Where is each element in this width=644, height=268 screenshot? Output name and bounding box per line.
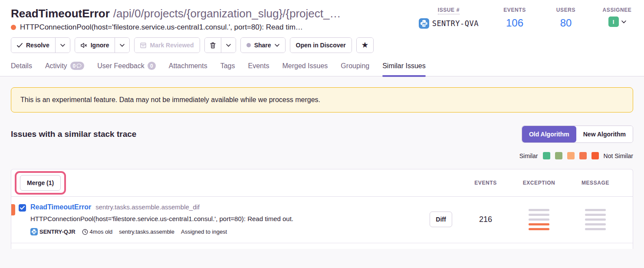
issue-text-block: ReadTimeoutError sentry.tasks.assemble.a… [30,203,293,235]
chevron-down-icon [120,44,125,47]
ignore-dropdown-button[interactable] [115,38,129,53]
issue-culprit: sentry.tasks.assemble.assemble_dif [95,203,200,211]
resolve-button[interactable]: Resolve [11,38,55,53]
star-icon: ★ [362,42,368,49]
issue-id-value: SENTRY-QVA [432,19,479,28]
python-project-icon [30,228,38,235]
tab-merged-issues[interactable]: Merged Issues [282,62,328,76]
ignore-button[interactable]: Ignore [75,38,115,53]
error-level-icon [11,25,16,30]
tab-tags[interactable]: Tags [220,62,235,76]
tab-label: Attachments [169,62,207,70]
mark-reviewed-group: Mark Reviewed [134,37,200,53]
issue-subtitle: HTTPConnectionPool(host='filestore.servi… [20,23,303,32]
stat-issue-id: ISSUE # SENTRY-QVA [419,7,479,29]
stat-users: USERS 80 [551,7,581,29]
exception-similarity-bars [511,209,567,230]
tab-details[interactable]: Details [11,62,32,76]
issue-age: 4mos old [82,228,113,235]
title-row: ReadTimeoutError/api/0/projects/{organiz… [11,6,633,32]
events-value[interactable]: 106 [506,17,523,29]
issue-number-label: ISSUE # [438,7,460,14]
legend-swatch-3 [567,152,575,159]
assignee-selector[interactable]: I [608,17,626,27]
users-value[interactable]: 80 [560,17,572,29]
mark-reviewed-label: Mark Reviewed [150,42,194,49]
select-issue-checkbox[interactable] [19,204,26,212]
issue-title: ReadTimeoutError [11,7,110,20]
chevron-down-icon [60,44,65,47]
tab-label: Details [11,62,32,70]
resolve-button-group: Resolve [11,37,70,53]
similarity-legend: Similar Not Similar [11,152,633,159]
assigned-to: Assigned to ingest [181,228,227,235]
tab-label: Tags [220,62,235,70]
bookmark-star-button[interactable]: ★ [357,38,373,53]
legend-swatch-4 [579,152,587,159]
tab-activity[interactable]: Activity 0 [45,62,84,76]
score-bar [585,209,606,211]
comment-bubble-icon [76,63,82,68]
mark-reviewed-icon [140,43,146,48]
delete-dropdown-button[interactable] [221,38,236,53]
assignee-avatar: I [608,17,619,27]
title-block: ReadTimeoutError/api/0/projects/{organiz… [11,6,341,32]
issue-stats: ISSUE # SENTRY-QVA EVENTS 106 USERS 80 A… [419,6,632,29]
legend-swatch-1 [543,152,550,159]
similar-issue-link[interactable]: ReadTimeoutError [30,203,91,211]
clock-icon [82,229,88,235]
error-level-bar [11,204,15,215]
issue-age-text: 4mos old [90,228,113,235]
section-title: Issues with a similar stack trace [11,129,136,139]
users-label: USERS [556,7,575,13]
similar-issues-table: Merge (1) EVENTS EXCEPTION MESSAGE ReadT… [11,169,633,249]
badge-count: 0 [73,63,76,69]
score-bar [529,214,549,216]
issue-header: ReadTimeoutError/api/0/projects/{organiz… [0,0,644,76]
similar-issues-content: This is an experimental feature. Data ma… [0,87,644,249]
trash-icon [210,42,216,49]
row-events-count: 216 [460,215,511,224]
chevron-down-icon [275,44,279,47]
mark-reviewed-button[interactable]: Mark Reviewed [135,38,199,53]
assignee-label: ASSIGNEE [603,7,632,13]
issue-tabs: Details Activity 0 User Feedback 0 Attac… [11,62,633,76]
feedback-count-badge: 0 [148,62,156,70]
discover-button-group: Open in Discover [290,37,352,53]
tab-label: Activity [45,62,67,70]
issue-title-line: ReadTimeoutError sentry.tasks.assemble.a… [30,203,293,211]
issue-message: HTTPConnectionPool(host='filestore.servi… [30,215,293,222]
resolve-dropdown-button[interactable] [55,38,70,53]
tab-grouping[interactable]: Grouping [341,62,369,76]
diff-button[interactable]: Diff [430,212,452,227]
algorithm-toggle: Old Algorithm New Algorithm [522,126,633,143]
events-label: EVENTS [503,7,526,13]
score-bar [529,228,549,230]
score-bar [529,218,549,221]
tab-user-feedback[interactable]: User Feedback 0 [97,62,156,76]
mute-icon [81,43,87,48]
table-header: Merge (1) EVENTS EXCEPTION MESSAGE [11,169,633,197]
score-bar [585,218,606,221]
issue-main-cell: ReadTimeoutError sentry.tasks.assemble.a… [19,203,422,235]
tab-events[interactable]: Events [248,62,269,76]
similar-issue-row: ReadTimeoutError sentry.tasks.assemble.a… [11,197,633,243]
legend-swatch-5 [591,152,599,159]
issue-id[interactable]: SENTRY-QVA [419,18,479,29]
old-algorithm-button[interactable]: Old Algorithm [522,126,576,142]
new-algorithm-button[interactable]: New Algorithm [576,126,633,142]
share-button[interactable]: Share [241,38,285,53]
legend-not-similar-label: Not Similar [604,152,633,159]
merge-button[interactable]: Merge (1) [20,175,61,191]
tab-label: User Feedback [97,62,145,70]
tab-attachments[interactable]: Attachments [169,62,207,76]
legend-similar-label: Similar [519,152,538,159]
delete-button[interactable] [205,38,221,53]
stat-assignee: ASSIGNEE I [602,7,632,29]
share-label: Share [254,42,271,49]
merge-button-wrapper: Merge (1) [20,175,61,191]
tab-similar-issues[interactable]: Similar Issues [382,62,426,76]
column-header-message: MESSAGE [567,180,624,186]
open-in-discover-button[interactable]: Open in Discover [290,38,352,53]
share-button-group: Share [240,37,286,53]
